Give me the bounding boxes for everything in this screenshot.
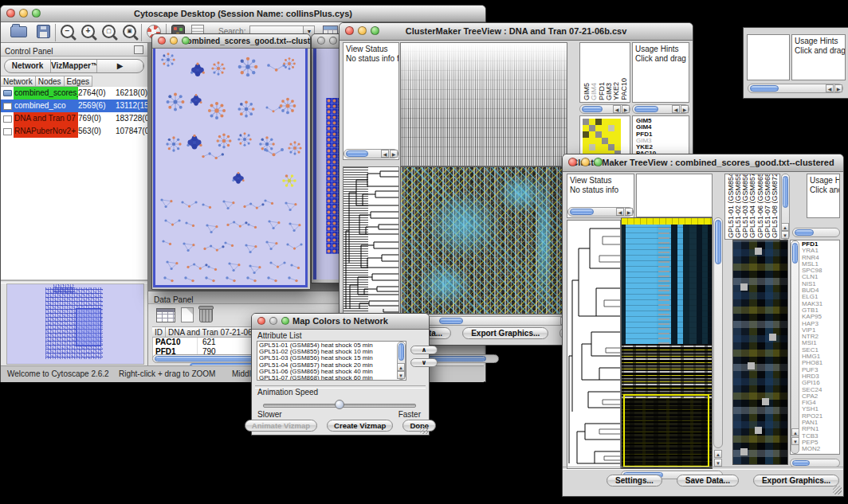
treeview2-heatmap[interactable] — [621, 217, 713, 469]
scrollbar-thumb[interactable] — [715, 220, 721, 264]
open-session-icon[interactable] — [10, 26, 27, 37]
network1-canvas[interactable] — [153, 49, 308, 287]
overview-selection-rect[interactable] — [76, 308, 101, 346]
labels-vscrollbar[interactable] — [781, 174, 790, 240]
zoom-out-icon[interactable]: − — [61, 25, 74, 38]
zoom-window-button[interactable] — [32, 9, 41, 18]
minimize-button[interactable] — [581, 158, 590, 166]
zoom-in-icon[interactable]: + — [81, 25, 95, 38]
minimize-button[interactable] — [170, 37, 178, 45]
save-session-icon[interactable] — [37, 25, 50, 38]
column-label[interactable]: GPL51-08 (GSM872) — [771, 174, 778, 238]
animation-speed-slider[interactable] — [263, 400, 416, 409]
minimize-button[interactable] — [269, 317, 277, 325]
column-label[interactable]: GIM3 — [605, 83, 612, 100]
attribute-list[interactable]: GPL51-01 (GSM854) heat shock 05 minGPL51… — [257, 341, 406, 381]
scrollbar-thumb[interactable] — [570, 209, 594, 215]
treeview2-action-button[interactable]: Settings... — [607, 475, 662, 486]
scroll-up-icon[interactable] — [791, 428, 799, 436]
treeview2-action-button[interactable]: Save Data... — [677, 475, 739, 486]
treeview1-heatmap[interactable] — [400, 166, 567, 315]
network-table-header-cell[interactable]: Edges — [65, 76, 92, 87]
scrollbar-thumb[interactable] — [750, 85, 779, 92]
close-button[interactable] — [257, 317, 265, 325]
scroll-left-icon[interactable] — [381, 150, 389, 158]
column-label[interactable]: GPL51-01 (GSM854) — [727, 174, 734, 238]
column-label[interactable]: PFD1 — [598, 82, 605, 100]
scrollbar-thumb[interactable] — [398, 343, 404, 361]
network-table-header-cell[interactable]: Network — [1, 76, 36, 87]
dialog-action-button[interactable]: Animate Vizmap — [245, 420, 317, 432]
zoom-selected-icon[interactable]: ▢ — [102, 25, 116, 38]
resize-grip[interactable] — [833, 486, 842, 494]
labels-hscrollbar[interactable] — [579, 104, 630, 114]
scrollbar-thumb[interactable] — [634, 106, 658, 112]
close-button[interactable] — [345, 26, 354, 35]
close-button[interactable] — [568, 158, 577, 166]
scroll-left-icon[interactable] — [672, 105, 680, 113]
new-attribute-icon[interactable] — [181, 307, 194, 322]
column-label[interactable]: GIM4 — [590, 83, 597, 100]
treeview2-zoom-heatmap[interactable] — [732, 240, 788, 465]
minimize-button[interactable] — [329, 37, 337, 45]
data-table-header-cell[interactable]: DNA and Tran 07-21-06b — [166, 326, 260, 338]
scroll-up-icon[interactable] — [714, 450, 722, 458]
column-label[interactable]: PAC10 — [620, 78, 627, 100]
zoom-window-button[interactable] — [281, 317, 289, 325]
close-button[interactable] — [158, 37, 166, 45]
column-label[interactable]: GPL51-02 (GSM855) — [734, 174, 741, 238]
zoom-window-button[interactable] — [371, 26, 379, 35]
network-list-row[interactable]: DNA and Tran 07 769(0) 183728(0) — [1, 112, 147, 125]
scroll-right-icon[interactable] — [622, 105, 630, 113]
main-title-bar[interactable]: Cytoscape Desktop (Session Name: collins… — [1, 6, 485, 22]
close-button[interactable] — [6, 9, 15, 18]
column-label[interactable]: GPL51-04 (GSM857) — [748, 174, 756, 238]
network-list-row[interactable]: combined_scores_ 2764(0) 16218(0) — [1, 87, 147, 100]
scrollbar-thumb[interactable] — [783, 176, 788, 208]
treeview2-title-bar[interactable]: ClusterMaker TreeView : combined_scores_… — [563, 154, 843, 172]
slider-thumb[interactable] — [335, 400, 344, 409]
network-list-row[interactable]: combined_sco 2569(6) 13112(15) — [1, 100, 147, 112]
scroll-left-icon[interactable] — [616, 208, 624, 216]
treeview1-title-bar[interactable]: ClusterMaker TreeView : DNA and Tran 07-… — [340, 23, 693, 41]
network1-title-bar[interactable]: combined_scores_good.txt--cluste... — [152, 34, 310, 49]
attribute-list-item[interactable]: GPL51-07 (GSM868) heat shock 60 min — [259, 375, 406, 381]
treeview1-action-button[interactable]: Export Graphics... — [462, 327, 548, 339]
scroll-up-icon[interactable] — [781, 223, 789, 231]
control-panel-tab[interactable]: Network — [5, 60, 51, 72]
treeview2-action-button[interactable]: Export Graphics... — [753, 475, 839, 486]
network-list-row[interactable]: RNAPuberNov2+ 563(0) 107847(0) — [1, 125, 147, 138]
scrollbar-thumb[interactable] — [582, 106, 603, 112]
scrollbar-thumb[interactable] — [792, 243, 798, 264]
gene-label[interactable]: MON2 — [802, 446, 822, 452]
usage-hints-hscrollbar[interactable] — [792, 228, 840, 237]
network-table-header-cell[interactable]: Nodes — [36, 76, 65, 87]
gene-list-vscrollbar[interactable] — [791, 240, 799, 454]
scroll-left-icon[interactable] — [613, 105, 621, 113]
scroll-right-icon[interactable] — [625, 208, 633, 216]
scroll-down-icon[interactable] — [791, 437, 799, 445]
minimize-button[interactable] — [358, 26, 367, 35]
column-label[interactable]: GPL51-07 (GSM868) — [764, 174, 771, 238]
move-down-button[interactable]: ∨ — [410, 358, 438, 367]
scroll-down-icon[interactable] — [781, 231, 789, 239]
close-button[interactable] — [317, 37, 325, 45]
control-panel-tab[interactable]: ▶ — [97, 60, 143, 72]
row-dendrogram[interactable] — [567, 220, 621, 469]
zoom-window-button[interactable] — [594, 158, 603, 166]
scrollbar-thumb[interactable] — [795, 229, 814, 236]
view-status-hscrollbar[interactable] — [344, 149, 398, 158]
column-label[interactable]: YKE2 — [612, 82, 619, 100]
row-dendrogram[interactable] — [343, 166, 399, 315]
resize-grip[interactable] — [420, 426, 428, 434]
column-dendrogram[interactable] — [400, 42, 567, 166]
move-up-button[interactable]: ∧ — [410, 346, 438, 354]
delete-attribute-icon[interactable] — [199, 307, 213, 322]
column-label[interactable]: GPL51-06 (GSM865) — [756, 174, 764, 238]
scroll-up-icon[interactable] — [397, 363, 405, 371]
scroll-left-icon[interactable] — [826, 84, 834, 92]
float-panel-icon[interactable] — [134, 45, 143, 54]
control-panel-tab[interactable]: VizMapper™ — [51, 60, 97, 72]
dialog-action-button[interactable]: Create Vizmap — [327, 420, 393, 432]
scrollbar-thumb[interactable] — [439, 318, 463, 324]
